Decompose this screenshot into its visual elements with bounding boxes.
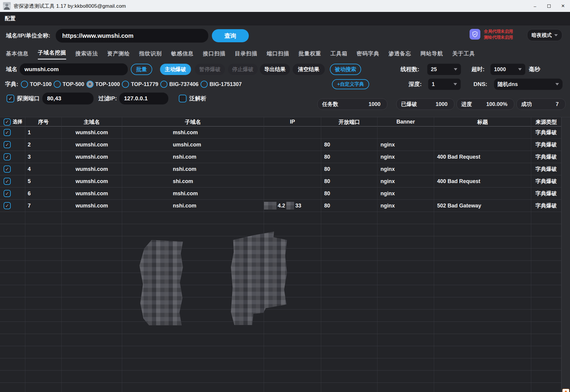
cell-main-domain: wumshi.com [62,163,122,175]
cell-source-type [531,224,561,236]
radio-icon[interactable] [54,81,61,88]
domain-input[interactable] [20,63,128,75]
dict-radio-group: TOP-100TOP-500TOP-1000TOP-11779BIG-73740… [21,81,244,88]
start-bruteforce-button[interactable]: 主动爆破 [160,64,191,75]
empty-table-row [0,310,561,322]
table-header-row: ✓ 选择 序号主域名子域名IP开放端口Banner标题来源类型 [0,117,561,126]
row-checkbox[interactable]: ✓ [4,178,11,185]
table-row-3: ✓3wumshi.comnshi.com80nginx400 Bad Reque… [0,151,561,163]
theme-mode-select[interactable]: 暗夜模式 [527,29,562,41]
cell-source-type: 字典爆破 [531,188,561,199]
dict-option-top-11779[interactable]: TOP-11779 [122,81,158,88]
close-button[interactable]: ✕ [556,0,570,12]
custom-dict-button[interactable]: +自定义字典 [332,79,369,89]
cell-source-type: 字典爆破 [531,126,561,138]
tab-6[interactable]: 敏感信息 [171,50,194,60]
probe-port-input[interactable] [42,93,94,104]
cell-source-type [531,358,561,370]
cell-banner: nginx [378,151,434,163]
threads-select[interactable]: 25 [427,64,461,75]
row-select-cell [0,358,25,370]
tab-5[interactable]: 指纹识别 [139,50,162,60]
batch-button[interactable]: 批量 [131,64,152,75]
row-checkbox[interactable]: ✓ [4,129,11,136]
minimize-button[interactable]: – [528,0,542,12]
cell-banner: nginx [378,139,434,151]
row-checkbox[interactable]: ✓ [4,141,11,148]
cell-index: 1 [25,126,62,138]
row-checkbox[interactable]: ✓ [4,190,11,197]
tab-14[interactable]: 网站导航 [420,50,443,60]
cell-source-type: 字典爆破 [531,151,561,163]
cell-source-type [531,249,561,260]
cell-banner [378,261,434,273]
cell-source-type [531,346,561,358]
cell-subdomain: mshi.com [122,126,264,138]
dict-option-top-500[interactable]: TOP-500 [54,81,84,88]
probe-port-checkbox[interactable]: ✓ [7,95,14,102]
cell-ip [264,322,321,334]
tab-3[interactable]: 搜索语法 [75,50,98,60]
cell-source-type: 字典爆破 [531,200,561,212]
cell-index [25,310,62,321]
filter-ip-input[interactable] [119,93,168,104]
passive-search-button[interactable]: 被动搜索 [330,64,361,75]
row-checkbox[interactable]: ✓ [4,153,11,160]
dns-select[interactable]: 随机dns [494,79,563,90]
cell-source-type: 字典爆破 [531,139,561,151]
cell-index [25,371,62,382]
tab-9[interactable]: 端口扫描 [267,50,289,60]
tab-15[interactable]: 关于工具 [452,50,475,60]
export-results-button[interactable]: 导出结果 [260,64,290,75]
target-url-input[interactable] [56,29,208,43]
radio-icon[interactable] [21,81,28,88]
tab-7[interactable]: 接口扫描 [203,50,226,60]
radio-icon[interactable] [160,81,167,88]
cell-main-domain [62,371,122,382]
pause-bruteforce-button[interactable]: 暂停爆破 [195,64,225,75]
cell-subdomain [122,334,264,346]
scroll-corner-icon[interactable] [562,389,569,392]
row-select-cell: ✓ [0,139,25,151]
stop-bruteforce-button[interactable]: 停止爆破 [228,64,258,75]
radio-icon[interactable] [201,81,208,88]
tab-12[interactable]: 密码字典 [357,50,379,60]
wildcard-checkbox[interactable]: ✓ [179,95,187,102]
cell-title: 502 Bad Gateway [434,200,531,212]
dict-option-big-1751307[interactable]: BIG-1751307 [201,81,242,88]
tab-1[interactable]: 基本信息 [6,50,29,60]
row-checkbox[interactable]: ✓ [4,165,11,173]
dict-option-top-100[interactable]: TOP-100 [21,81,52,88]
tab-11[interactable]: 工具箱 [330,50,347,60]
cell-main-domain [62,383,122,392]
cell-title [434,126,531,138]
table-row-6: ✓6wumshi.commshi.com80nginx字典爆破 [0,188,561,200]
stat-pill-4: 成功7 [516,99,566,110]
timeout-select[interactable]: 1000 [490,64,525,75]
dict-option-big-737406[interactable]: BIG-737406 [160,81,198,88]
cell-subdomain: mshi.com [122,188,264,199]
depth-select[interactable]: 1 [428,79,461,90]
dict-option-top-1000[interactable]: TOP-1000 [86,81,120,88]
cell-title [434,371,531,382]
maximize-button[interactable] [542,0,556,12]
tab-4[interactable]: 资产测绘 [107,50,130,60]
radio-icon[interactable] [122,81,129,88]
row-checkbox[interactable]: ✓ [4,202,11,209]
threads-label: 线程数: [400,65,419,73]
tab-2[interactable]: 子域名挖掘 [38,49,66,60]
cell-source-type [531,297,561,309]
clear-results-button[interactable]: 清空结果 [293,64,325,75]
tab-10[interactable]: 批量权重 [299,50,321,60]
radio-icon[interactable] [86,81,94,88]
cell-open-port [321,261,378,273]
select-all-checkbox[interactable]: ✓ [4,118,11,126]
tab-8[interactable]: 目录扫描 [235,50,257,60]
vertical-scrollbar[interactable] [561,117,570,392]
query-button[interactable]: 查询 [212,29,249,42]
app-avatar-icon [3,2,11,10]
row-select-cell: ✓ [0,188,25,199]
tab-13[interactable]: 渗透备忘 [389,50,411,60]
cell-source-type [531,236,561,248]
menu-item-config[interactable]: 配置 [5,15,15,22]
